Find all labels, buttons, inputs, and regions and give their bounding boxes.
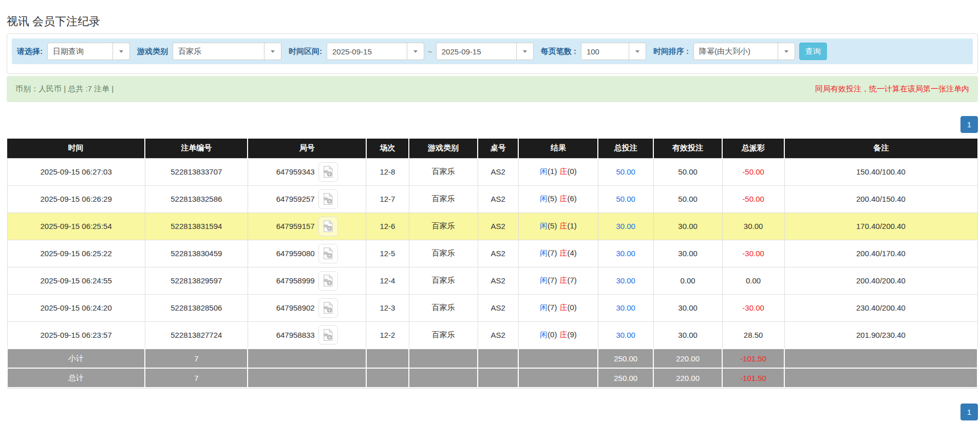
result-banker: 庄 [559,330,567,339]
cell-session: 12-5 [366,240,409,267]
pagination-page-1[interactable]: 1 [960,116,978,133]
subtotal-count: 7 [145,349,248,368]
result-player-value: (7) [548,303,557,312]
cell-table-no: AS2 [478,158,518,185]
cell-session: 12-3 [366,294,409,321]
cell-total-bet: 30.00 [598,240,653,267]
filter-label-select-type: 请选择: [17,47,43,56]
select-date-to[interactable]: 2025-09-15 [436,43,534,60]
page-title: 视讯 会员下注纪录 [7,0,978,28]
table-row: 2025-09-15 06:27:03 522813833707 6479593… [7,158,977,185]
cell-round: 647959257 [248,185,366,213]
filter-label-game-type: 游戏类别 [137,47,168,56]
cell-session: 12-6 [366,213,409,240]
chevron-down-icon[interactable] [516,43,533,60]
col-header-time: 时间 [7,139,145,158]
page: 视讯 会员下注纪录 请选择: 日期查询 游戏类别 百家乐 时间区间: 2025-… [0,0,980,420]
video-replay-button[interactable] [318,298,338,318]
table-body: 2025-09-15 06:27:03 522813833707 6479593… [7,158,977,349]
chevron-down-icon[interactable] [264,43,281,60]
search-button[interactable]: 查询 [799,43,827,60]
col-header-bet-id: 注单编号 [145,139,248,158]
cell-time: 2025-09-15 06:27:03 [7,158,145,185]
select-date-to-value: 2025-09-15 [437,43,516,60]
chevron-down-icon[interactable] [112,43,129,60]
cell-game-type: 百家乐 [409,213,478,240]
subtotal-label: 小计 [7,349,145,368]
cell-result: 闲(1)庄(0) [518,158,598,185]
col-header-table-no: 桌号 [478,139,518,158]
cell-table-no: AS2 [478,267,518,294]
round-number: 647958833 [276,331,315,339]
select-query-type-value: 日期查询 [48,43,112,60]
select-time-sort-value: 降幂(由大到小) [694,43,778,60]
cell-session: 12-4 [366,267,409,294]
result-player: 闲 [540,167,548,176]
result-banker: 庄 [559,248,567,257]
chevron-down-icon[interactable] [629,43,646,60]
pagination-page-1[interactable]: 1 [960,404,978,420]
col-header-total-bet: 总投注 [598,139,653,158]
result-banker: 庄 [559,276,567,284]
cell-result: 闲(7)庄(0) [518,294,598,321]
cell-result: 闲(7)庄(7) [518,267,598,294]
col-header-payout: 总派彩 [722,139,784,158]
cell-remark: 170.40/200.40 [784,213,977,240]
total-row: 总计 7 250.00 220.00 -101.50 [7,368,977,388]
cell-game-type: 百家乐 [409,294,478,321]
result-banker-value: (9) [567,330,576,339]
video-replay-button[interactable] [318,162,338,182]
video-file-icon [322,247,334,260]
result-player: 闲 [540,330,548,339]
filter-bar: 请选择: 日期查询 游戏类别 百家乐 时间区间: 2025-09-15 ~ 20… [12,39,973,64]
select-time-sort[interactable]: 降幂(由大到小) [693,43,795,60]
select-date-from[interactable]: 2025-09-15 [327,43,424,60]
select-query-type[interactable]: 日期查询 [47,43,130,60]
cell-valid-bet: 30.00 [653,213,722,240]
result-player: 闲 [540,248,548,257]
cell-session: 12-2 [366,321,409,349]
result-banker: 庄 [559,194,567,203]
pagination-bottom: 1 [7,404,978,420]
filter-label-page-size: 每页笔数 : [541,47,576,56]
round-number: 647959343 [276,167,315,176]
cell-valid-bet: 50.00 [653,158,722,185]
result-banker-value: (0) [567,303,576,312]
result-player: 闲 [540,194,548,203]
cell-result: 闲(5)庄(1) [518,213,598,240]
chevron-down-icon[interactable] [407,43,424,60]
result-banker-value: (6) [567,194,576,203]
cell-round: 647958833 [248,321,366,349]
chevron-down-icon[interactable] [778,43,795,60]
date-range-separator: ~ [428,47,432,56]
result-banker: 庄 [559,167,567,176]
video-replay-button[interactable] [318,244,338,263]
cell-payout: -50.00 [722,158,784,185]
video-replay-button[interactable] [318,325,338,344]
cell-game-type: 百家乐 [409,185,478,213]
select-page-size-value: 100 [581,43,629,60]
cell-table-no: AS2 [478,321,518,349]
result-banker-value: (1) [567,221,576,230]
cell-time: 2025-09-15 06:25:22 [7,240,145,267]
table-row: 2025-09-15 06:23:57 522813827724 6479588… [7,321,977,349]
video-replay-button[interactable] [318,189,338,209]
video-file-icon [322,220,334,233]
video-replay-button[interactable] [318,217,338,236]
total-label: 总计 [7,368,145,388]
result-player-value: (5) [548,221,557,230]
video-replay-button[interactable] [318,271,338,291]
total-valid-bet: 220.00 [653,368,722,388]
cell-round: 647958902 [248,294,366,321]
select-game-type[interactable]: 百家乐 [173,43,281,60]
cell-valid-bet: 30.00 [653,294,722,321]
select-page-size[interactable]: 100 [581,43,646,60]
bet-records-table: 时间 注单编号 局号 场次 游戏类别 桌号 结果 总投注 有效投注 总派彩 备注… [7,139,978,388]
table-row: 2025-09-15 06:24:55 522813829597 6479589… [7,267,977,294]
total-payout: -101.50 [722,368,784,388]
total-count: 7 [145,368,248,388]
cell-bet-id: 522813831594 [145,213,248,240]
col-header-remark: 备注 [784,139,977,158]
filter-label-time-sort: 时间排序 : [653,47,689,56]
summary-currency-count: 币别：人民币 | 总共 :7 注单 | [15,84,114,94]
